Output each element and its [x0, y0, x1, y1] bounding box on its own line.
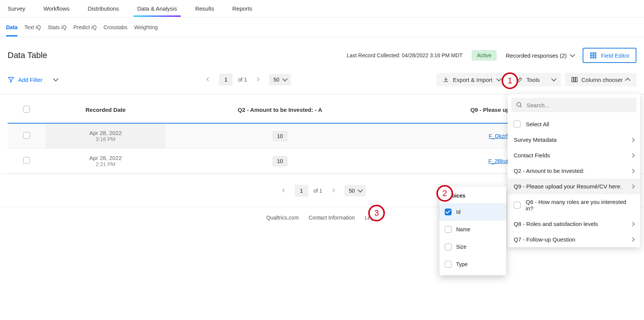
select-all-checkbox[interactable] — [514, 121, 521, 127]
chevron-up-icon — [625, 78, 630, 83]
tab-survey[interactable]: Survey — [8, 1, 25, 16]
pager-of-label: of 1 — [238, 77, 247, 83]
footer-link-contact[interactable]: Contact Information — [309, 215, 355, 221]
column-chooser-label: Column chooser — [581, 77, 623, 83]
choice-checkbox[interactable] — [445, 261, 452, 268]
pager-page-input[interactable] — [295, 185, 308, 197]
chevron-left-icon — [281, 188, 286, 193]
filter-icon — [8, 76, 14, 83]
svg-rect-10 — [576, 77, 577, 82]
cc-item-q8[interactable]: Q8 - Roles and satisfaction levels — [508, 216, 640, 232]
choice-name[interactable]: Name — [439, 221, 506, 238]
pager-next-button[interactable] — [252, 74, 264, 85]
choice-size[interactable]: Size — [439, 238, 506, 256]
column-chooser-panel: Select All Survey Metadata Contact Field… — [508, 94, 640, 247]
annotation-3: 3 — [368, 205, 385, 221]
column-chooser-button[interactable]: Column chooser — [565, 73, 636, 86]
svg-rect-9 — [574, 77, 575, 82]
tab-distributions[interactable]: Distributions — [88, 1, 119, 16]
annotation-2: 2 — [436, 185, 453, 202]
chevron-down-icon — [570, 52, 575, 57]
sub-tab-data[interactable]: Data — [6, 18, 17, 36]
chevron-right-icon — [255, 77, 261, 82]
pager-prev-button[interactable] — [278, 185, 289, 196]
pager-page-input[interactable] — [219, 74, 233, 86]
status-badge: Active — [472, 50, 497, 61]
svg-rect-8 — [572, 77, 573, 82]
cc-item-q2[interactable]: Q2 - Amount to be Invested: — [508, 163, 640, 179]
chevron-down-icon — [358, 187, 363, 193]
chevron-right-icon — [331, 188, 336, 193]
page-size-label: 50 — [274, 77, 280, 83]
choice-label: Type — [456, 261, 467, 267]
svg-point-5 — [591, 57, 592, 58]
cell-date: Apr 28, 2022 — [50, 155, 161, 161]
cell-date: Apr 28, 2022 — [50, 130, 161, 136]
pager-prev-button[interactable] — [202, 74, 214, 85]
cc-item-label: Q7 - Follow-up Question — [514, 236, 575, 243]
cc-item-label: Q2 - Amount to be Invested: — [514, 168, 585, 174]
chevron-down-icon — [551, 76, 556, 82]
add-filter-label: Add Filter — [18, 77, 42, 83]
cc-item-label: Survey Metadata — [514, 136, 556, 143]
choice-type[interactable]: Type — [439, 256, 506, 273]
column-search-input[interactable] — [527, 102, 632, 108]
cell-amount: 10 — [272, 156, 288, 166]
cc-item-survey-metadata[interactable]: Survey Metadata — [508, 132, 640, 147]
sub-tab-textiq[interactable]: Text iQ — [24, 18, 41, 36]
chevron-right-icon — [630, 184, 635, 188]
recorded-responses-label: Recorded responses (2) — [506, 52, 567, 59]
download-icon — [442, 76, 449, 83]
tab-workflows[interactable]: Workflows — [44, 1, 70, 16]
cc-item-label: Q9 - Please upload your Resumé/CV here. — [514, 183, 622, 190]
col-recorded-date[interactable]: Recorded Date — [45, 94, 166, 123]
row-checkbox[interactable] — [23, 157, 30, 164]
annotation-1: 1 — [502, 72, 518, 89]
svg-point-11 — [517, 102, 521, 107]
select-all-option[interactable]: Select All — [508, 116, 640, 132]
field-editor-button[interactable]: Field Editor — [583, 48, 636, 63]
cc-item-q9[interactable]: Q9 - Please upload your Resumé/CV here. — [508, 179, 640, 194]
filter-chevron-icon[interactable] — [53, 76, 58, 82]
chevron-down-icon — [282, 76, 288, 82]
svg-point-2 — [595, 53, 596, 54]
cc-item-contact-fields[interactable]: Contact Fields — [508, 147, 640, 163]
svg-point-3 — [591, 55, 592, 56]
sub-tab-predictiq[interactable]: Predict iQ — [73, 18, 97, 36]
field-editor-icon — [589, 52, 597, 59]
col-q2[interactable]: Q2 - Amount to be Invested: - A — [166, 94, 394, 123]
cc-item-q7[interactable]: Q7 - Follow-up Question — [508, 232, 640, 247]
page-title: Data Table — [8, 50, 47, 60]
top-tabs: Survey Workflows Distributions Data & An… — [0, 0, 644, 17]
cell-amount: 10 — [272, 131, 288, 141]
tab-reports[interactable]: Reports — [232, 1, 252, 16]
column-search[interactable] — [511, 98, 636, 112]
tab-data-analysis[interactable]: Data & Analysis — [137, 1, 177, 16]
page-size-select[interactable]: 50 — [344, 185, 366, 196]
row-checkbox[interactable] — [23, 132, 30, 139]
page-size-select[interactable]: 50 — [269, 74, 291, 85]
chevron-right-icon — [630, 138, 635, 142]
chevron-right-icon — [630, 222, 635, 226]
export-import-label: Export & Import — [453, 77, 492, 83]
sub-tab-crosstabs[interactable]: Crosstabs — [103, 18, 127, 36]
add-filter-button[interactable]: Add Filter — [8, 76, 42, 83]
cc-item-checkbox[interactable] — [514, 202, 521, 209]
choice-checkbox[interactable] — [445, 209, 452, 215]
cc-item-q6[interactable]: Q6 - How many roles are you interested i… — [508, 194, 640, 216]
svg-point-7 — [595, 57, 596, 58]
search-icon — [516, 102, 523, 108]
pager-next-button[interactable] — [328, 185, 339, 196]
footer-link-qualtrics[interactable]: Qualtrics.com — [266, 215, 299, 221]
recorded-responses-dropdown[interactable]: Recorded responses (2) — [506, 52, 574, 59]
tab-results[interactable]: Results — [195, 1, 214, 16]
select-all-checkbox[interactable] — [23, 106, 30, 113]
sub-tab-statsiq[interactable]: Stats iQ — [48, 18, 67, 36]
choice-label: Size — [456, 244, 466, 250]
choice-checkbox[interactable] — [445, 243, 452, 250]
choice-checkbox[interactable] — [445, 226, 452, 233]
sub-tab-weighting[interactable]: Weighting — [134, 18, 158, 36]
export-import-button[interactable]: Export & Import — [436, 73, 506, 86]
choice-id[interactable]: Id — [439, 203, 506, 221]
columns-icon — [571, 76, 578, 83]
